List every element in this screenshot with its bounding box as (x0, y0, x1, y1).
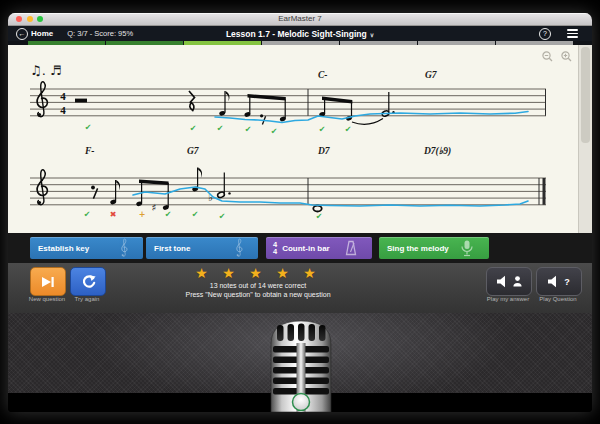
svg-text:4: 4 (60, 104, 66, 116)
note-mark-correct: ✔ (85, 123, 92, 132)
staff-1-lines (30, 89, 546, 116)
try-again-button[interactable] (70, 267, 106, 296)
note-mark-wrong: ✖ (110, 210, 117, 219)
window-title: EarMaster 7 (8, 14, 592, 23)
tempo-mark: ♫. ♬ (30, 63, 62, 78)
metronome-icon (343, 240, 358, 256)
treble-clef-icon (37, 82, 47, 117)
chord-symbols-staff-1: C-G7 (318, 70, 438, 80)
music-score: ♫. ♬ 4 (8, 45, 592, 233)
retry-icon (81, 274, 96, 289)
result-line-1: 13 notes out of 14 were correct (148, 281, 368, 290)
skip-forward-icon (42, 276, 55, 288)
screenshot-root: { "window": { "title": "EarMaster 7" }, … (0, 0, 600, 424)
final-barline (543, 178, 546, 205)
treble-clef-icon (119, 238, 129, 259)
result-line-2: Press "New question" to obtain a new que… (148, 290, 368, 299)
chord-symbol: F- (84, 146, 95, 156)
speaker-icon (548, 275, 560, 288)
first-tone-label: First tone (154, 244, 190, 253)
help-button[interactable]: ? (539, 28, 551, 40)
play-question-button[interactable]: ? (536, 267, 582, 296)
chord-symbol: C- (318, 70, 328, 80)
note-mark-almost: + (139, 210, 146, 219)
app-window: EarMaster 7 ← Home Q: 3/7 - Score: 95% L… (8, 13, 592, 412)
time-signature: 4 4 (60, 90, 66, 116)
titlebar: EarMaster 7 (8, 13, 592, 26)
score-scrollbar[interactable] (578, 45, 592, 233)
navbar: ← Home Q: 3/7 - Score: 95% Lesson 1.7 - … (8, 26, 592, 41)
question-score-status: Q: 3/7 - Score: 95% (67, 29, 133, 38)
notation-area: ♫. ♬ 4 (8, 45, 592, 233)
note-mark-correct: ✔ (319, 125, 326, 134)
try-again-label: Try again (75, 296, 100, 302)
home-label: Home (31, 29, 53, 38)
svg-text:4: 4 (60, 90, 66, 102)
zoom-in-icon[interactable] (561, 51, 572, 62)
home-button[interactable]: ← Home (16, 28, 53, 40)
note-mark-correct: ✔ (190, 124, 197, 133)
svg-text:♯: ♯ (152, 202, 157, 213)
scrollbar-thumb[interactable] (581, 47, 590, 143)
staff-2-lines (30, 178, 546, 205)
menu-icon[interactable] (567, 29, 578, 38)
count-in-bar-button[interactable]: 44 Count-in bar (266, 237, 372, 259)
person-icon (513, 276, 522, 287)
chord-symbol: G7 (187, 146, 200, 156)
chord-symbol: D7 (317, 146, 331, 156)
back-arrow-icon: ← (16, 28, 28, 40)
speaker-icon (497, 275, 509, 288)
treble-clef-icon (234, 238, 244, 259)
note-mark-correct: ✔ (217, 124, 224, 133)
zoom-out-icon[interactable] (542, 51, 553, 62)
count-in-bar-label: Count-in bar (282, 244, 330, 253)
first-tone-button[interactable]: First tone (146, 237, 258, 259)
chevron-down-icon: ∨ (370, 32, 374, 38)
chord-symbol: G7 (425, 70, 438, 80)
new-question-button[interactable] (30, 267, 66, 296)
establish-key-button[interactable]: Establish key (30, 237, 143, 259)
chord-symbols-staff-2: F-G7D7D7(♭9) (84, 146, 451, 157)
note-mark-correct: ✔ (345, 125, 352, 134)
sing-the-melody-button[interactable]: Sing the melody (379, 237, 489, 259)
microphone-icon (459, 240, 475, 257)
note-mark-correct: ✔ (84, 210, 91, 219)
lesson-title: Lesson 1.7 - Melodic Sight-Singing (226, 29, 367, 39)
note-mark-correct: ✔ (165, 210, 172, 219)
sing-the-melody-label: Sing the melody (387, 244, 449, 253)
meter-signature: 44 (273, 241, 277, 255)
feedback-bar: New question Try again ★ ★ ★ ★ ★ 13 note… (8, 263, 592, 313)
note-mark-correct: ✔ (192, 210, 199, 219)
task-button-row: Establish key First tone 44 Count-in bar (8, 233, 592, 263)
note-mark-correct: ✔ (316, 212, 323, 221)
new-question-label: New question (29, 296, 65, 302)
play-my-answer-label: Play my answer (487, 296, 529, 302)
question-mark-icon: ? (564, 277, 570, 287)
note-mark-correct: ✔ (219, 212, 226, 221)
result-summary: ★ ★ ★ ★ ★ 13 notes out of 14 were correc… (148, 265, 368, 299)
play-question-label: Play Question (539, 296, 576, 302)
star-rating: ★ ★ ★ ★ ★ (148, 265, 368, 281)
play-my-answer-button[interactable] (486, 267, 532, 296)
establish-key-label: Establish key (38, 244, 89, 253)
note-mark-correct: ✔ (245, 125, 252, 134)
treble-clef-icon (37, 170, 47, 205)
vintage-microphone-image (266, 316, 336, 412)
chord-symbol: D7(♭9) (423, 146, 451, 157)
note-mark-correct: ✔ (271, 127, 278, 136)
